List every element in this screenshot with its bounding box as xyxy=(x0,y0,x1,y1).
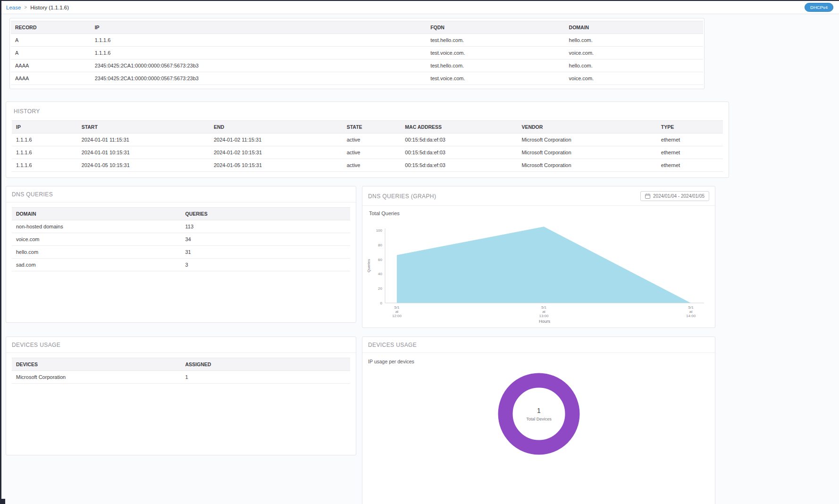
table-cell: voice.com xyxy=(12,233,181,246)
y-tick-label: 20 xyxy=(378,286,382,291)
x-tick-label: 14:00 xyxy=(686,314,696,318)
y-axis-title: Queries xyxy=(367,259,371,272)
dns-queries-panel: DNS QUERIES DOMAINQUERIES non-hosted dom… xyxy=(6,186,356,323)
table-cell: 113 xyxy=(181,220,351,233)
column-header: DOMAIN xyxy=(12,208,181,220)
column-header: MAC ADDRESS xyxy=(401,121,517,134)
dhcpv4-badge[interactable]: DHCPv4 xyxy=(805,3,833,12)
y-tick-label: 100 xyxy=(376,228,383,233)
table-cell: 1 xyxy=(181,371,351,384)
breadcrumb-separator: > xyxy=(24,5,27,10)
dns-queries-graph-panel: DNS QUERIES (GRAPH) 2024/01/04 - 2024/01… xyxy=(362,186,715,328)
table-cell: active xyxy=(343,134,401,146)
dns-records-table: RECORDIPFQDNDOMAIN A1.1.1.6test.hello.co… xyxy=(11,21,703,85)
area-series xyxy=(397,227,691,303)
column-header: ASSIGNED xyxy=(181,358,351,371)
donut-total-value: 1 xyxy=(537,407,541,414)
dns-queries-title: DNS QUERIES xyxy=(12,191,53,198)
breadcrumb-lease-link[interactable]: Lease xyxy=(6,5,21,10)
table-cell: test.hello.com. xyxy=(426,59,564,72)
y-tick-label: 40 xyxy=(378,272,382,276)
column-header: QUERIES xyxy=(181,208,351,220)
table-cell: A xyxy=(11,47,91,59)
x-tick-label: 5/1 xyxy=(394,305,400,310)
table-cell: 31 xyxy=(181,246,351,259)
table-row: 1.1.1.62024-01-01 11:15:312024-01-02 11:… xyxy=(12,134,723,146)
history-title: HISTORY xyxy=(14,108,721,115)
table-cell: 1.1.1.6 xyxy=(91,47,426,59)
breadcrumb-current: History (1.1.1.6) xyxy=(30,5,69,10)
table-row: Microsoft Corporation1 xyxy=(12,371,350,384)
breadcrumb: Lease > History (1.1.1.6) xyxy=(6,5,69,10)
column-header: END xyxy=(210,121,343,134)
calendar-icon xyxy=(645,193,650,199)
dns-queries-body: DOMAINQUERIES non-hosted domains113voice… xyxy=(6,202,356,277)
table-cell: ethernet xyxy=(657,134,723,146)
table-cell: 2345:0425:2CA1:0000:0000:0567:5673:23b3 xyxy=(91,72,426,85)
table-row: 1.1.1.62024-01-05 10:15:312024-01-05 10:… xyxy=(12,159,723,172)
y-tick-label: 0 xyxy=(380,301,383,305)
table-cell: test.hello.com. xyxy=(426,34,564,47)
donut-wrap: 1 Total Devices xyxy=(362,369,715,459)
table-header-row: DEVICESASSIGNED xyxy=(12,358,350,371)
history-table: IPSTARTENDSTATEMAC ADDRESSVENDORTYPE 1.1… xyxy=(12,120,723,172)
x-tick-label: 13:00 xyxy=(539,314,549,318)
top-edge-bar xyxy=(0,0,839,1)
table-cell: 3 xyxy=(181,259,351,271)
table-header-row: IPSTARTENDSTATEMAC ADDRESSVENDORTYPE xyxy=(12,121,723,134)
date-range-picker[interactable]: 2024/01/04 - 2024/01/05 xyxy=(640,191,709,201)
table-row: AAAA2345:0425:2CA1:0000:0000:0567:5673:2… xyxy=(11,59,703,72)
devices-usage-table-header: DEVICES USAGE xyxy=(6,337,356,353)
column-header: STATE xyxy=(343,121,401,134)
table-cell: voice.com. xyxy=(565,72,703,85)
x-tick-label: 12:00 xyxy=(392,314,402,318)
x-tick-label: at xyxy=(542,310,545,314)
table-cell: sad.com xyxy=(12,259,181,271)
donut-total-label: Total Devices xyxy=(526,417,552,421)
table-cell: non-hosted domains xyxy=(12,220,181,233)
main-content: RECORDIPFQDNDOMAIN A1.1.1.6test.hello.co… xyxy=(1,14,727,504)
donut-subtitle: IP usage per devices xyxy=(362,353,715,364)
bottom-left-corner xyxy=(0,499,5,504)
table-cell: 2024-01-01 11:15:31 xyxy=(77,134,210,146)
devices-usage-table-panel: DEVICES USAGE DEVICESASSIGNED Microsoft … xyxy=(6,336,356,455)
devices-usage-chart-header: DEVICES USAGE xyxy=(362,337,715,353)
table-cell: 00:15:5d:da:ef:03 xyxy=(401,146,517,159)
table-cell: 1.1.1.6 xyxy=(91,34,426,47)
table-cell: active xyxy=(343,159,401,172)
table-cell: Microsoft Corporation xyxy=(12,371,181,384)
table-row: A1.1.1.6test.hello.com.hello.com. xyxy=(11,34,703,47)
table-row: non-hosted domains113 xyxy=(12,220,350,233)
table-row: voice.com34 xyxy=(12,233,350,246)
table-cell: ethernet xyxy=(657,146,723,159)
dns-queries-graph-title: DNS QUERIES (GRAPH) xyxy=(368,193,436,200)
dns-queries-area-chart: 0204060801005/1at12:005/1at13:005/1at14:… xyxy=(364,217,708,328)
devices-usage-table-body: DEVICESASSIGNED Microsoft Corporation1 xyxy=(6,353,356,389)
table-cell: ethernet xyxy=(657,159,723,172)
devices-usage-chart-title: DEVICES USAGE xyxy=(368,342,417,348)
column-header: TYPE xyxy=(657,121,723,134)
devices-donut-chart: 1 Total Devices xyxy=(494,369,584,459)
column-header: VENDOR xyxy=(517,121,656,134)
table-row: hello.com31 xyxy=(12,246,350,259)
table-cell: 2345:0425:2CA1:0000:0000:0567:5673:23b3 xyxy=(91,59,426,72)
x-axis-title: Hours xyxy=(539,319,551,324)
table-cell: 2024-01-02 11:15:31 xyxy=(210,134,343,146)
topbar: Lease > History (1.1.1.6) DHCPv4 xyxy=(1,0,839,14)
table-cell: 00:15:5d:da:ef:03 xyxy=(401,159,517,172)
column-header: DOMAIN xyxy=(565,21,703,34)
table-cell: 1.1.1.6 xyxy=(12,159,77,172)
column-header: IP xyxy=(12,121,77,134)
table-cell: test.voice.com. xyxy=(426,72,564,85)
table-header-row: RECORDIPFQDNDOMAIN xyxy=(11,21,703,34)
table-cell: hello.com xyxy=(12,246,181,259)
table-cell: active xyxy=(343,146,401,159)
dns-row: DNS QUERIES DOMAINQUERIES non-hosted dom… xyxy=(6,186,727,328)
column-header: FQDN xyxy=(426,21,564,34)
table-cell: 2024-01-02 10:15:31 xyxy=(210,146,343,159)
date-range-label: 2024/01/04 - 2024/01/05 xyxy=(653,193,705,199)
table-cell: 1.1.1.6 xyxy=(12,146,77,159)
table-row: 1.1.1.62024-01-01 10:15:312024-01-02 10:… xyxy=(12,146,723,159)
y-tick-label: 80 xyxy=(378,243,382,247)
table-cell: 34 xyxy=(181,233,351,246)
